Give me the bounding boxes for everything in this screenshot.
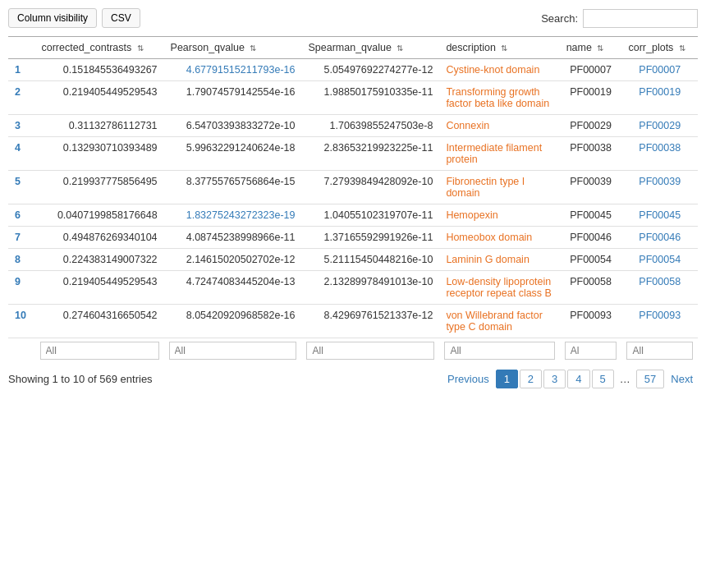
table-row: 20.2194054495295431.79074579142554e-161.… — [8, 81, 698, 115]
cell-name: PF00039 — [560, 171, 622, 204]
page-1-button[interactable]: 1 — [496, 370, 518, 388]
corr-plots-link[interactable]: PF00054 — [639, 254, 681, 265]
cell-description: Connexin — [439, 115, 559, 137]
corr-plots-link[interactable]: PF00038 — [639, 142, 681, 154]
cell-row-num: 2 — [8, 81, 35, 115]
page-57-button[interactable]: 57 — [636, 370, 664, 388]
prev-button[interactable]: Previous — [442, 370, 494, 388]
col-header-corrected[interactable]: corrected_contrasts ⇅ — [35, 37, 164, 59]
pagination-controls: Previous 1 2 3 4 5 … 57 Next — [442, 370, 698, 388]
col-header-description[interactable]: description ⇅ — [439, 37, 559, 59]
next-button[interactable]: Next — [666, 370, 698, 388]
cell-description: von Willebrand factor type C domain — [439, 305, 559, 338]
page-4-button[interactable]: 4 — [567, 370, 589, 388]
cell-row-num: 6 — [8, 204, 35, 227]
filter-corrected[interactable] — [40, 342, 159, 360]
cell-spearman: 1.37165592991926e-11 — [301, 227, 439, 249]
col-header-num[interactable] — [8, 37, 35, 59]
page-2-button[interactable]: 2 — [520, 370, 542, 388]
sort-icon-name: ⇅ — [597, 44, 603, 53]
pagination-row: Showing 1 to 10 of 569 entries Previous … — [8, 370, 698, 388]
row-num-link[interactable]: 7 — [15, 232, 21, 243]
cell-name: PF00045 — [560, 204, 622, 227]
cell-spearman: 1.04055102319707e-11 — [301, 204, 439, 227]
cell-row-num: 3 — [8, 115, 35, 137]
row-num-link[interactable]: 1 — [15, 64, 21, 76]
col-header-name[interactable]: name ⇅ — [560, 37, 622, 59]
cell-corrected: 0.224383149007322 — [35, 249, 164, 271]
filter-description[interactable] — [444, 342, 554, 360]
cell-description: Intermediate filament protein — [439, 137, 559, 171]
search-input[interactable] — [583, 9, 698, 28]
cell-spearman: 1.98850175910335e-11 — [301, 81, 439, 115]
cell-name: PF00007 — [560, 59, 622, 81]
pagination-info: Showing 1 to 10 of 569 entries — [8, 373, 153, 385]
filter-corr-plots[interactable] — [626, 342, 693, 360]
cell-description: Fibronectin type I domain — [439, 171, 559, 204]
table-row: 100.2746043166505428.05420920968582e-168… — [8, 305, 698, 338]
filter-name[interactable] — [565, 342, 617, 360]
cell-row-num: 5 — [8, 171, 35, 204]
cell-corrected: 0.494876269340104 — [35, 227, 164, 249]
sort-icon-corrected: ⇅ — [137, 44, 144, 53]
sort-icon-description: ⇅ — [501, 44, 507, 53]
row-num-link[interactable]: 10 — [15, 310, 26, 321]
cell-corr-plots: PF00019 — [621, 81, 698, 115]
corr-plots-link[interactable]: PF00046 — [639, 232, 681, 243]
cell-row-num: 9 — [8, 271, 35, 305]
corr-plots-link[interactable]: PF00058 — [639, 276, 681, 287]
csv-button[interactable]: CSV — [102, 8, 140, 28]
cell-row-num: 4 — [8, 137, 35, 171]
pearson-link[interactable]: 1.83275243272323e-19 — [186, 209, 296, 221]
pearson-link[interactable]: 4.67791515211793e-16 — [186, 64, 296, 76]
corr-plots-link[interactable]: PF00039 — [639, 176, 681, 187]
cell-description: Transforming growth factor beta like dom… — [439, 81, 559, 115]
cell-corr-plots: PF00046 — [621, 227, 698, 249]
cell-description: Hemopexin — [439, 204, 559, 227]
data-table: corrected_contrasts ⇅ Pearson_qvalue ⇅ S… — [8, 36, 698, 363]
row-num-link[interactable]: 2 — [15, 86, 21, 98]
cell-corr-plots: PF00039 — [621, 171, 698, 204]
page-5-button[interactable]: 5 — [592, 370, 614, 388]
col-header-spearman[interactable]: Spearman_qvalue ⇅ — [301, 37, 439, 59]
col-header-pearson[interactable]: Pearson_qvalue ⇅ — [164, 37, 302, 59]
cell-corrected: 0.274604316650542 — [35, 305, 164, 338]
cell-pearson: 2.14615020502702e-12 — [164, 249, 302, 271]
corr-plots-link[interactable]: PF00019 — [639, 86, 681, 98]
column-visibility-button[interactable]: Column visibility — [8, 8, 97, 28]
row-num-link[interactable]: 3 — [15, 120, 21, 131]
filter-pearson[interactable] — [169, 342, 297, 360]
cell-corrected: 0.151845536493267 — [35, 59, 164, 81]
row-num-link[interactable]: 9 — [15, 276, 21, 287]
table-row: 50.2199377758564958.37755765756864e-157.… — [8, 171, 698, 204]
table-row: 10.1518455364932674.67791515211793e-165.… — [8, 59, 698, 81]
col-header-corr-plots[interactable]: corr_plots ⇅ — [621, 37, 698, 59]
cell-description: Laminin G domain — [439, 249, 559, 271]
row-num-link[interactable]: 8 — [15, 254, 21, 265]
corr-plots-link[interactable]: PF00045 — [639, 209, 681, 221]
table-row: 40.1329307103934895.99632291240624e-182.… — [8, 137, 698, 171]
cell-corr-plots: PF00029 — [621, 115, 698, 137]
cell-spearman: 5.05497692274277e-12 — [301, 59, 439, 81]
cell-spearman: 5.21115450448216e-10 — [301, 249, 439, 271]
cell-row-num: 8 — [8, 249, 35, 271]
cell-spearman: 2.13289978491013e-10 — [301, 271, 439, 305]
row-num-link[interactable]: 4 — [15, 142, 21, 154]
cell-corr-plots: PF00038 — [621, 137, 698, 171]
cell-spearman: 8.42969761521337e-12 — [301, 305, 439, 338]
sort-icon-pearson: ⇅ — [250, 44, 256, 53]
filter-spearman[interactable] — [306, 342, 434, 360]
page-3-button[interactable]: 3 — [543, 370, 566, 388]
cell-pearson: 1.83275243272323e-19 — [164, 204, 302, 227]
cell-pearson: 5.99632291240624e-18 — [164, 137, 302, 171]
cell-description: Homeobox domain — [439, 227, 559, 249]
cell-description: Low-density lipoprotein receptor repeat … — [439, 271, 559, 305]
row-num-link[interactable]: 5 — [15, 176, 21, 187]
cell-name: PF00038 — [560, 137, 622, 171]
corr-plots-link[interactable]: PF00093 — [639, 310, 681, 321]
corr-plots-link[interactable]: PF00029 — [639, 120, 681, 131]
cell-name: PF00054 — [560, 249, 622, 271]
corr-plots-link[interactable]: PF00007 — [639, 64, 681, 76]
row-num-link[interactable]: 6 — [15, 209, 21, 221]
cell-pearson: 8.05420920968582e-16 — [164, 305, 302, 338]
